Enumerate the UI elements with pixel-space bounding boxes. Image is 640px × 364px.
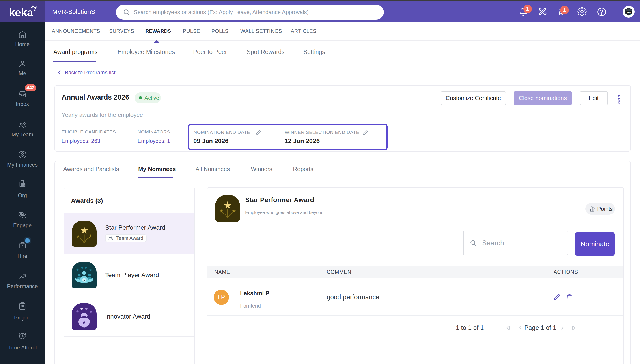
svg-text:RPM: RPM [626,11,631,14]
